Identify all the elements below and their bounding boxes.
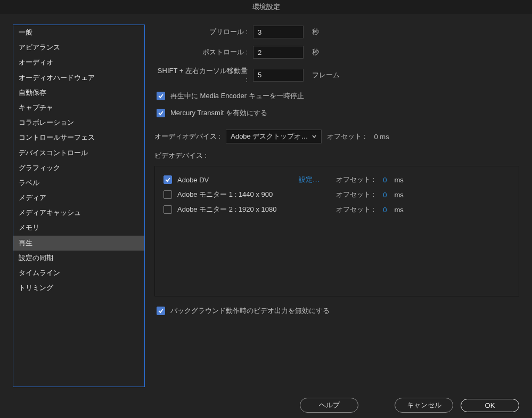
- video-device-name: Adobe モニター 1 : 1440 x 900: [177, 190, 293, 199]
- audio-device-label: オーディオデバイス :: [154, 132, 220, 141]
- sidebar-item[interactable]: アピアランス: [13, 40, 144, 55]
- help-button[interactable]: ヘルプ: [300, 398, 358, 413]
- sidebar-item[interactable]: メディアキャッシュ: [13, 205, 144, 220]
- disable-bg-output-checkbox[interactable]: [157, 307, 165, 315]
- video-device-label: ビデオデバイス :: [154, 151, 519, 160]
- shift-cursor-input[interactable]: [253, 69, 304, 82]
- video-device-name: Adobe モニター 2 : 1920 x 1080: [177, 205, 293, 214]
- sidebar-item[interactable]: キャプチャ: [13, 100, 144, 115]
- video-offset-value[interactable]: 0: [383, 176, 387, 184]
- disable-bg-output-label: バックグラウンド動作時のビデオ出力を無効にする: [170, 306, 330, 316]
- pause-encoder-checkbox[interactable]: [157, 92, 165, 100]
- preroll-row: プリロール : 秒: [154, 26, 519, 38]
- pause-encoder-label: 再生中に Media Encoder キューを一時停止: [170, 91, 304, 101]
- sidebar-item[interactable]: ラベル: [13, 175, 144, 190]
- sidebar-item[interactable]: オーディオハードウェア: [13, 70, 144, 85]
- sidebar-item[interactable]: コントロールサーフェス: [13, 130, 144, 145]
- audio-offset-label: オフセット :: [327, 132, 365, 141]
- chevron-down-icon: [312, 133, 317, 141]
- video-device-item: Adobe モニター 1 : 1440 x 900オフセット :0ms: [163, 190, 510, 199]
- main-area: 一般アピアランスオーディオオーディオハードウェア自動保存キャプチャコラボレーショ…: [0, 14, 532, 392]
- audio-device-select[interactable]: Adobe デスクトップオ…: [226, 130, 322, 143]
- window-title-text: 環境設定: [252, 2, 280, 12]
- video-device-list: Adobe DV設定…オフセット :0msAdobe モニター 1 : 1440…: [154, 166, 519, 296]
- audio-device-value: Adobe デスクトップオ…: [231, 132, 308, 141]
- sidebar-item[interactable]: トリミング: [13, 280, 144, 295]
- video-device-item: Adobe DV設定…オフセット :0ms: [163, 175, 510, 184]
- sidebar-item[interactable]: 再生: [13, 236, 144, 251]
- check-icon: [158, 308, 164, 314]
- sidebar-item[interactable]: コラボレーション: [13, 115, 144, 130]
- sidebar-item[interactable]: 一般: [13, 25, 144, 40]
- preroll-input[interactable]: [253, 26, 304, 38]
- sidebar-item[interactable]: オーディオ: [13, 55, 144, 70]
- sidebar: 一般アピアランスオーディオオーディオハードウェア自動保存キャプチャコラボレーショ…: [13, 25, 145, 387]
- sidebar-item[interactable]: グラフィック: [13, 160, 144, 175]
- disable-bg-output-row: バックグラウンド動作時のビデオ出力を無効にする: [157, 306, 519, 316]
- video-offset-label: オフセット :: [336, 175, 374, 184]
- preroll-unit: 秒: [312, 27, 319, 37]
- shift-cursor-label: SHIFT + 左右カーソル移動量 :: [154, 66, 248, 84]
- sidebar-item[interactable]: メモリ: [13, 220, 144, 235]
- shift-cursor-unit: フレーム: [312, 70, 340, 80]
- postroll-input[interactable]: [253, 46, 304, 59]
- video-device-checkbox[interactable]: [163, 205, 172, 214]
- sidebar-item[interactable]: メディア: [13, 190, 144, 205]
- video-offset-label: オフセット :: [336, 205, 374, 214]
- postroll-row: ポストロール : 秒: [154, 46, 519, 59]
- postroll-label: ポストロール :: [154, 47, 248, 57]
- mercury-transmit-checkbox[interactable]: [157, 109, 165, 117]
- check-icon: [165, 176, 171, 183]
- playback-panel: プリロール : 秒 ポストロール : 秒 SHIFT + 左右カーソル移動量 :…: [154, 25, 519, 392]
- audio-device-row: オーディオデバイス : Adobe デスクトップオ… オフセット : 0 ms: [154, 130, 519, 143]
- video-offset-unit: ms: [394, 206, 403, 214]
- footer: ヘルプ キャンセル OK: [0, 392, 532, 418]
- preroll-label: プリロール :: [154, 27, 248, 37]
- window-title: 環境設定: [0, 0, 532, 14]
- sidebar-item[interactable]: 設定の同期: [13, 251, 144, 266]
- mercury-transmit-label: Mercury Transmit を有効にする: [170, 108, 267, 118]
- sidebar-item[interactable]: タイムライン: [13, 266, 144, 280]
- sidebar-item[interactable]: デバイスコントロール: [13, 146, 144, 160]
- video-device-settings-link[interactable]: 設定…: [299, 175, 325, 184]
- video-offset-value[interactable]: 0: [383, 191, 387, 199]
- shift-cursor-row: SHIFT + 左右カーソル移動量 : フレーム: [154, 66, 519, 84]
- pause-encoder-row: 再生中に Media Encoder キューを一時停止: [157, 91, 519, 101]
- video-offset-unit: ms: [394, 176, 403, 184]
- audio-offset-value[interactable]: 0 ms: [374, 133, 389, 141]
- video-device-checkbox[interactable]: [163, 175, 172, 184]
- video-device-item: Adobe モニター 2 : 1920 x 1080オフセット :0ms: [163, 205, 510, 214]
- postroll-unit: 秒: [312, 47, 319, 57]
- mercury-transmit-row: Mercury Transmit を有効にする: [157, 108, 519, 118]
- cancel-button[interactable]: キャンセル: [395, 398, 453, 413]
- check-icon: [158, 93, 164, 99]
- video-device-name: Adobe DV: [177, 176, 293, 184]
- ok-button[interactable]: OK: [461, 399, 519, 412]
- video-device-checkbox[interactable]: [163, 190, 172, 199]
- check-icon: [158, 110, 164, 116]
- video-offset-value[interactable]: 0: [383, 206, 387, 214]
- sidebar-item[interactable]: 自動保存: [13, 85, 144, 100]
- video-offset-label: オフセット :: [336, 190, 374, 199]
- video-offset-unit: ms: [394, 191, 403, 199]
